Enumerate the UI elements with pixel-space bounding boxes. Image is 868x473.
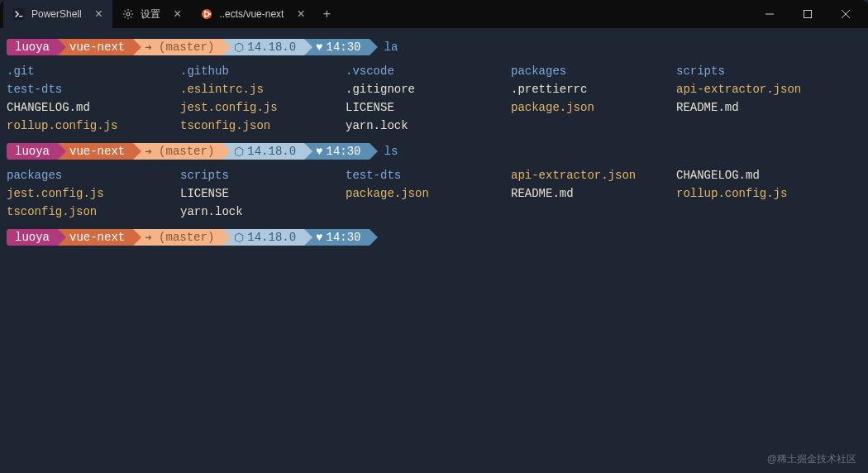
file-entry: .git: [7, 63, 180, 79]
arrow-icon: ➜: [145, 231, 151, 245]
file-entry: tsconfig.json: [180, 117, 346, 134]
arrow-icon: ➜: [145, 41, 151, 55]
file-entry: README.md: [676, 99, 861, 116]
powershell-icon: [13, 8, 25, 20]
file-entry: rollup.config.js: [676, 185, 861, 202]
arrow-icon: ➜: [145, 145, 151, 159]
prompt-repo: vue-next: [58, 143, 133, 160]
svg-point-4: [209, 13, 211, 15]
maximize-button[interactable]: [789, 0, 827, 28]
ls-output: packagesscriptstest-dtsapi-extractor.jso…: [7, 167, 861, 220]
prompt-repo: vue-next: [58, 39, 133, 55]
terminal-body[interactable]: luoya vue-next ➜ (master) 14.18.0 14:30 …: [0, 28, 868, 258]
prompt-line: luoya vue-next ➜ (master) 14.18.0 14:30 …: [7, 142, 861, 160]
close-button[interactable]: [827, 0, 865, 28]
file-entry: yarn.lock: [346, 117, 511, 134]
file-entry: yarn.lock: [180, 203, 346, 220]
file-entry: api-extractor.json: [511, 167, 676, 184]
prompt-node: 14.18.0: [222, 39, 304, 55]
file-entry: test-dts: [7, 81, 180, 98]
file-entry: api-extractor.json: [676, 81, 861, 98]
file-entry: CHANGELOG.md: [676, 167, 861, 184]
tab-label: 设置: [141, 7, 160, 22]
close-icon[interactable]: ×: [297, 7, 304, 22]
file-entry: package.json: [511, 99, 676, 116]
file-entry: tsconfig.json: [7, 203, 180, 220]
tab-label: ..ects/vue-next: [219, 8, 284, 20]
file-entry: test-dts: [346, 167, 511, 184]
plus-icon: +: [323, 7, 331, 22]
minimize-button[interactable]: [751, 0, 789, 28]
prompt-time: 14:30: [304, 229, 369, 246]
tab-powershell[interactable]: PowerShell ×: [3, 0, 112, 28]
tab-settings[interactable]: 设置 ×: [112, 0, 191, 28]
file-entry: .vscode: [346, 63, 511, 79]
file-entry: LICENSE: [346, 99, 511, 116]
ubuntu-icon: [201, 8, 212, 20]
file-entry: README.md: [511, 185, 676, 202]
prompt-node: 14.18.0: [222, 143, 304, 160]
prompt-user: luoya: [7, 229, 58, 246]
tab-label: PowerShell: [31, 8, 82, 20]
file-entry: rollup.config.js: [7, 117, 180, 134]
prompt-branch: ➜ (master): [133, 143, 222, 160]
close-icon[interactable]: ×: [174, 7, 181, 22]
command-input: la: [384, 41, 398, 54]
svg-point-6: [204, 16, 206, 17]
file-entry: package.json: [346, 185, 511, 202]
tab-ubuntu[interactable]: ..ects/vue-next ×: [191, 0, 314, 28]
prompt-user: luoya: [7, 143, 58, 160]
svg-point-1: [126, 12, 130, 16]
file-entry: CHANGELOG.md: [7, 99, 180, 116]
la-output: .git.github.vscodepackagesscriptstest-dt…: [7, 63, 861, 134]
close-icon[interactable]: ×: [95, 7, 103, 22]
prompt-time: 14:30: [304, 143, 369, 160]
prompt-branch: ➜ (master): [133, 39, 222, 55]
window-controls: [751, 0, 865, 28]
new-tab-button[interactable]: +: [315, 0, 339, 28]
prompt-repo: vue-next: [58, 229, 133, 246]
prompt-line: luoya vue-next ➜ (master) 14.18.0 14:30 …: [7, 38, 861, 56]
gear-icon: [122, 8, 134, 20]
prompt-node: 14.18.0: [222, 229, 304, 246]
prompt-branch: ➜ (master): [133, 229, 222, 246]
file-entry: jest.config.js: [7, 185, 180, 202]
prompt-user: luoya: [7, 39, 58, 55]
prompt-line: luoya vue-next ➜ (master) 14.18.0 14:30: [7, 228, 861, 246]
file-entry: scripts: [676, 63, 861, 79]
file-entry: packages: [511, 63, 676, 79]
titlebar: PowerShell × 设置 × ..ects/vue-next × +: [0, 0, 868, 28]
file-entry: LICENSE: [180, 185, 346, 202]
file-entry: .github: [180, 63, 346, 79]
svg-point-5: [204, 11, 206, 12]
prompt-time: 14:30: [304, 39, 369, 55]
file-entry: packages: [7, 167, 180, 184]
file-entry: .eslintrc.js: [180, 81, 346, 98]
file-entry: .prettierrc: [511, 81, 676, 98]
file-entry: .gitignore: [346, 81, 511, 98]
file-entry: jest.config.js: [180, 99, 346, 116]
file-entry: scripts: [180, 167, 346, 184]
command-input: ls: [384, 145, 398, 158]
watermark: @稀土掘金技术社区: [767, 452, 856, 466]
svg-rect-8: [804, 11, 812, 18]
tab-strip: PowerShell × 设置 × ..ects/vue-next × +: [3, 0, 751, 28]
